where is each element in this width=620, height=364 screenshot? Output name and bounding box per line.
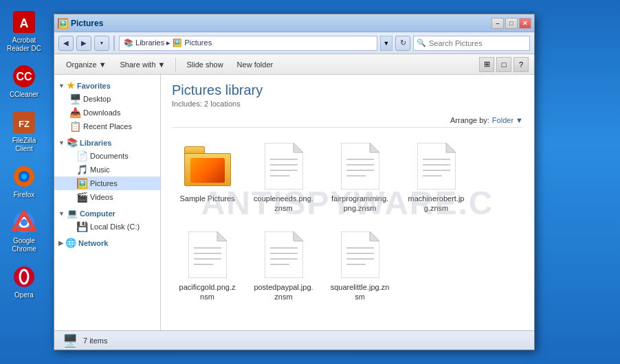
nav-item-desktop[interactable]: 🖥️ Desktop — [54, 92, 160, 106]
explorer-window: 🖼️ Pictures – □ ✕ ◀ ▶ ▼ 📚 Libraries ▸ 🖼️… — [54, 14, 535, 350]
doc-icon-container-6 — [335, 230, 385, 280]
status-text: 7 items — [83, 337, 107, 345]
svg-marker-21 — [370, 143, 379, 152]
libraries-icon: 📚 — [67, 137, 78, 148]
new-folder-button[interactable]: New folder — [231, 56, 280, 73]
nav-item-local-disk[interactable]: 💾 Local Disk (C:) — [54, 220, 160, 234]
address-dropdown[interactable]: ▼ — [380, 36, 392, 51]
doc-icon-container-2 — [335, 141, 385, 191]
address-bar: ◀ ▶ ▼ 📚 Libraries ▸ 🖼️ Pictures ▼ ↻ 🔍 — [54, 32, 534, 54]
nav-item-downloads[interactable]: 📥 Downloads — [54, 106, 160, 120]
search-icon: 🔍 — [417, 38, 426, 47]
nav-item-music[interactable]: 🎵 Music — [54, 163, 160, 177]
desktop-icon-opera[interactable]: Opera — [3, 262, 45, 302]
computer-header[interactable]: ▼ 💻 Computer — [54, 207, 160, 220]
toolbar-separator — [175, 58, 176, 71]
file-label-postedpaypal: postedpaypal.jpg.znsm — [254, 282, 313, 302]
nav-desktop-label: Desktop — [83, 95, 111, 103]
forward-button[interactable]: ▶ — [76, 36, 91, 51]
opera-icon — [12, 264, 36, 289]
nav-recent-label: Recent Places — [83, 122, 132, 130]
nav-downloads-label: Downloads — [83, 109, 120, 117]
svg-marker-15 — [294, 143, 303, 152]
file-item-pacificgold[interactable]: pacificgold.png.znsm — [175, 227, 240, 305]
minimize-button[interactable]: – — [491, 18, 504, 29]
ccleaner-label: CCleaner — [10, 91, 38, 99]
acrobat-icon: A — [12, 10, 36, 34]
view-details-button[interactable]: □ — [496, 57, 511, 72]
svg-point-8 — [21, 174, 27, 179]
main-area: ▼ ★ Favorites 🖥️ Desktop 📥 Downloads 📋 R… — [54, 75, 534, 330]
documents-nav-icon: 📄 — [76, 150, 87, 161]
filezilla-label: FileZilla Client — [5, 137, 43, 153]
file-item-sample-pictures[interactable]: Sample Pictures — [175, 139, 240, 216]
network-header[interactable]: ▶ 🌐 Network — [54, 236, 160, 249]
music-nav-icon: 🎵 — [76, 164, 87, 175]
desktop-icon-firefox[interactable]: Firefox — [3, 161, 45, 202]
nav-item-pictures[interactable]: 🖼️ Pictures — [54, 177, 160, 190]
close-button[interactable]: ✕ — [519, 18, 531, 29]
chrome-label: Google Chrome — [5, 237, 43, 253]
share-with-label: Share with — [120, 60, 156, 69]
nav-item-documents[interactable]: 📄 Documents — [54, 149, 160, 163]
search-box: 🔍 — [413, 36, 530, 51]
nav-local-disk-label: Local Disk (C:) — [90, 223, 140, 231]
nav-pictures-label: Pictures — [90, 179, 118, 187]
favorites-expand: ▼ — [58, 82, 65, 89]
favorites-label: Favorites — [77, 82, 111, 90]
arrange-by-value[interactable]: Folder ▼ — [492, 116, 523, 124]
sample-pictures-folder-icon — [184, 146, 231, 186]
help-button[interactable]: ? — [513, 57, 529, 72]
library-subtitle: Includes: 2 locations — [172, 100, 523, 108]
arrange-value-text: Folder — [492, 116, 513, 124]
chrome-icon — [12, 210, 36, 235]
toolbar: Organize ▼ Share with ▼ Slide show New f… — [54, 54, 534, 75]
svg-marker-39 — [294, 231, 303, 241]
back-button[interactable]: ◀ — [58, 36, 74, 51]
firefox-label: Firefox — [14, 191, 35, 199]
folder-icon-container — [183, 141, 232, 191]
share-with-button[interactable]: Share with ▼ — [114, 56, 172, 73]
network-label: Network — [78, 239, 108, 247]
nav-documents-label: Documents — [90, 152, 129, 160]
maximize-button[interactable]: □ — [505, 18, 518, 29]
svg-marker-27 — [446, 143, 456, 152]
desktop-icon-acrobat[interactable]: A Acrobat Reader DC — [3, 7, 45, 56]
share-arrow: ▼ — [158, 60, 166, 69]
organize-arrow: ▼ — [99, 60, 107, 69]
postedpaypal-doc-icon — [265, 231, 303, 278]
search-input[interactable] — [429, 39, 527, 47]
desktop-icon-ccleaner[interactable]: CC CCleaner — [3, 61, 45, 102]
title-bar-buttons: – □ ✕ — [491, 18, 531, 29]
desktop-icon-filezilla[interactable]: FZ FileZilla Client — [3, 107, 45, 156]
slide-show-button[interactable]: Slide show — [180, 56, 229, 73]
organize-button[interactable]: Organize ▼ — [60, 56, 113, 73]
libraries-section: ▼ 📚 Libraries 📄 Documents 🎵 Music 🖼️ Pic… — [54, 135, 160, 205]
nav-item-videos[interactable]: 🎬 Videos — [54, 190, 160, 204]
fairprogramming-doc-icon — [341, 143, 379, 190]
computer-label: Computer — [80, 209, 115, 218]
filezilla-icon: FZ — [12, 110, 36, 135]
nav-videos-label: Videos — [90, 193, 113, 201]
refresh-button[interactable]: ↻ — [395, 36, 410, 51]
file-item-fairprogramming[interactable]: fairprogramming.png.znsm — [327, 139, 392, 216]
file-label-machinerobert: machinerobert.jpg.znsm — [406, 194, 466, 214]
view-list-button[interactable]: ⊞ — [479, 57, 494, 72]
arrange-by-label: Arrange by: — [450, 116, 489, 124]
recent-pages-button[interactable]: ▼ — [94, 36, 109, 51]
window-icon: 🖼️ — [57, 18, 68, 29]
svg-marker-33 — [217, 231, 227, 241]
file-item-squarelittle[interactable]: squarelittle.jpg.znsm — [327, 227, 392, 305]
nav-item-recent[interactable]: 📋 Recent Places — [54, 120, 160, 133]
file-item-postedpaypal[interactable]: postedpaypal.jpg.znsm — [251, 227, 316, 305]
squarelittle-doc-icon — [341, 231, 379, 278]
file-label-coupleneeds: coupleneeds.png.znsm — [254, 194, 313, 214]
address-field[interactable]: 📚 Libraries ▸ 🖼️ Pictures — [119, 36, 377, 51]
address-path-label: 📚 Libraries ▸ 🖼️ Pictures — [124, 38, 212, 47]
desktop-icon-chrome[interactable]: Google Chrome — [3, 207, 45, 256]
doc-icon-container-1 — [259, 141, 309, 191]
file-item-coupleneeds[interactable]: coupleneeds.png.znsm — [251, 139, 316, 216]
libraries-header[interactable]: ▼ 📚 Libraries — [54, 136, 160, 149]
file-item-machinerobert[interactable]: machinerobert.jpg.znsm — [403, 139, 469, 216]
favorites-header[interactable]: ▼ ★ Favorites — [54, 79, 160, 92]
